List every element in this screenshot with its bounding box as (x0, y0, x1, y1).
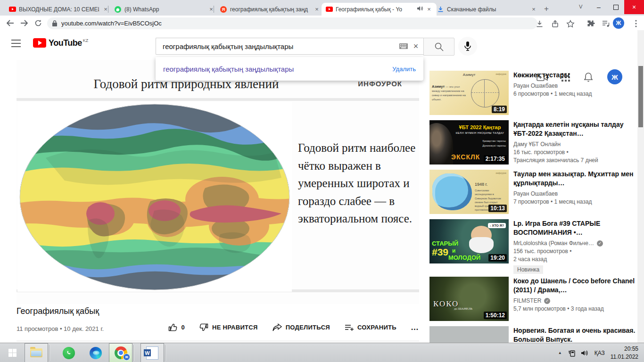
network-icon[interactable] (566, 349, 578, 357)
related-video-title[interactable]: Көкжиек тұстары (513, 71, 637, 80)
taskbar-file-explorer[interactable] (25, 343, 48, 362)
tab-title: географиялық қабықтың заңд (230, 6, 310, 13)
search-suggestion-row[interactable]: географиялық қабықтың заңдылықтары Удали… (156, 61, 423, 77)
forward-button[interactable] (17, 16, 31, 30)
video-thumbnail[interactable]: ҰБТ 2022 Қаңтар КЕЛУІ МҮМКІН НҰСҚАНЫ ТАЛ… (429, 120, 509, 165)
language-indicator[interactable]: ҚАЗ (594, 350, 605, 356)
tab-vyhodnye-doma[interactable]: ВЫХОДНЫЕ ДОМА: 10 СЕМЕЙ × (5, 3, 113, 16)
keyboard-icon[interactable] (397, 40, 410, 52)
share-button[interactable]: ПОДЕЛИТЬСЯ (272, 323, 330, 332)
clock-date: 11.01.2022 (611, 353, 638, 361)
video-meta: 156 тыс. просмотров • (513, 248, 637, 255)
hamburger-menu-icon[interactable] (11, 40, 21, 47)
url-text: youtube.com/watch?v=EivB5COsjOc (61, 20, 162, 27)
window-restore-button[interactable] (607, 0, 624, 14)
taskbar-whatsapp[interactable] (55, 343, 83, 362)
start-button[interactable] (0, 343, 25, 362)
thumbs-down-icon (199, 322, 209, 332)
page-scrollbar[interactable] (637, 30, 644, 343)
mic-icon (464, 41, 471, 51)
taskbar-chrome-active[interactable]: Ж (109, 343, 132, 362)
reload-button[interactable] (31, 16, 45, 30)
bookmark-star-icon[interactable] (564, 17, 577, 30)
taskbar-word[interactable]: W (140, 343, 164, 362)
section-divider (17, 341, 419, 341)
address-bar[interactable]: youtube.com/watch?v=EivB5COsjOc (47, 17, 537, 29)
related-video-item[interactable]: Азимут инфоурок Азимут — это угол между … (429, 71, 637, 115)
channel-name[interactable]: FILMSTER ✓ (513, 297, 637, 304)
tab-youtube-active[interactable]: Географиялық қабық - Yo × (322, 3, 437, 16)
related-video-title[interactable]: Норвегия. Богатая и очень красивая. Боль… (513, 326, 637, 344)
more-icon: … (411, 323, 419, 332)
clear-search-icon[interactable]: × (410, 40, 422, 52)
tab-title: ВЫХОДНЫЕ ДОМА: 10 СЕМЕЙ (19, 6, 99, 13)
taskbar-clock[interactable]: 20:55 11.01.2022 (611, 345, 638, 360)
tab-yandex-search[interactable]: Я географиялық қабықтың заңд × (216, 3, 324, 16)
channel-name[interactable]: Рауан Ошакбаев (513, 190, 637, 197)
browser-tab-strip: ВЫХОДНЫЕ ДОМА: 10 СЕМЕЙ × (8) WhatsApp ×… (0, 0, 644, 16)
channel-name[interactable]: Рауан Ошакбаев (513, 82, 637, 89)
related-video-title[interactable]: Lp. Игра Бога #39 СТАРЫЕ ВОСПОМИНАНИЯ •… (513, 219, 637, 237)
youtube-favicon-icon (325, 6, 333, 13)
video-player[interactable]: Годовой ритм природных явлений ИНФОУРОК (17, 60, 419, 304)
video-thumbnail[interactable]: - ХТО Я? СТАРЫЙ #39 и МОЛОДОЙ 19:20 (429, 219, 509, 263)
tab-downloads[interactable]: Скачанные файлы × (433, 3, 541, 16)
related-video-title[interactable]: Таулар мен жазықтар. Мұхиттар мен құрлық… (513, 170, 637, 188)
tab-close-icon[interactable]: × (313, 6, 321, 13)
video-thumbnail[interactable]: Азимут инфоурок Азимут — это угол между … (429, 71, 509, 115)
media-controls-icon[interactable] (600, 17, 612, 30)
new-tab-button[interactable]: + (540, 3, 553, 15)
extensions-puzzle-icon[interactable] (585, 17, 597, 30)
tray-expand-icon[interactable]: ▲ (554, 351, 566, 355)
search-icon (434, 42, 444, 51)
windows-taskbar: Ж W ▲ ҚАЗ 20:55 11.01.2022 (0, 343, 644, 362)
download-icon[interactable] (533, 17, 545, 30)
youtube-search-box[interactable]: × (156, 38, 424, 55)
search-button[interactable] (423, 38, 454, 56)
playlist-add-icon (344, 323, 354, 332)
voice-search-mic-button[interactable] (458, 37, 477, 56)
arctic-map-graphic (432, 173, 472, 210)
taskbar-edge[interactable] (83, 343, 109, 362)
video-thumbnail[interactable]: инфоурок 1948 г. Советскими экспедициями… (429, 170, 509, 214)
edge-icon (90, 347, 102, 359)
channel-name[interactable]: Даму ҰБТ Онлайн (513, 141, 637, 148)
suggestion-delete-link[interactable]: Удалить (392, 66, 416, 73)
dislike-button[interactable]: НЕ НРАВИТСЯ (199, 322, 258, 332)
related-video-title[interactable]: Коко до Шанель / Coco before Chanel (201… (513, 277, 637, 295)
related-video-title[interactable]: Қаңтарда келетін нұсқаны талдау ҰБТ-2022… (513, 120, 637, 138)
browser-menu-kebab-icon[interactable] (630, 17, 642, 30)
volume-icon[interactable] (578, 349, 591, 357)
tab-audio-icon[interactable] (417, 6, 423, 13)
tab-search-chevron-icon[interactable]: ᐯ (579, 4, 583, 10)
related-video-item[interactable]: инфоурок 1948 г. Советскими экспедициями… (429, 170, 637, 214)
verified-badge-icon: ✓ (544, 298, 550, 304)
related-video-item[interactable]: ҰБТ 2022 Қаңтар КЕЛУІ МҮМКІН НҰСҚАНЫ ТАЛ… (429, 120, 637, 165)
youtube-logo[interactable]: YouTube KZ (33, 38, 88, 48)
window-close-button[interactable]: × (624, 0, 644, 14)
back-button[interactable] (3, 16, 17, 30)
scrollbar-thumb[interactable] (638, 66, 643, 127)
youtube-favicon-icon (8, 6, 16, 13)
tab-whatsapp[interactable]: (8) WhatsApp × (110, 3, 219, 16)
taskbar-separator (49, 345, 50, 361)
tab-close-icon[interactable]: × (530, 6, 537, 13)
browser-profile-avatar[interactable]: Ж (613, 17, 624, 29)
related-video-item[interactable]: КОКО до ШАНЕЛЬ 1:50:12 Коко до Шанель / … (429, 277, 637, 321)
verified-badge-icon: ✓ (597, 240, 603, 247)
related-video-item[interactable]: - ХТО Я? СТАРЫЙ #39 и МОЛОДОЙ 19:20 Lp. … (429, 219, 637, 274)
like-button[interactable]: 0 (168, 322, 185, 332)
window-minimize-button[interactable]: – (590, 0, 607, 14)
thumbs-up-icon (168, 322, 178, 332)
search-input[interactable] (162, 42, 397, 51)
suggestion-text[interactable]: географиялық қабықтың заңдылықтары (163, 65, 392, 73)
tab-close-icon[interactable]: × (425, 6, 433, 13)
tab-title: Скачанные файлы (447, 6, 527, 13)
channel-name[interactable]: MrLololoshka (Роман Фильче… ✓ (513, 240, 637, 247)
video-thumbnail[interactable]: КОКО до ШАНЕЛЬ 1:50:12 (429, 277, 509, 321)
search-suggestions-dropdown: географиялық қабықтың заңдылықтары Удали… (156, 57, 423, 81)
save-button[interactable]: СОХРАНИТЬ (344, 323, 396, 332)
share-icon[interactable] (549, 17, 561, 30)
more-actions-button[interactable]: … (411, 323, 419, 332)
video-actions: 0 НЕ НРАВИТСЯ ПОДЕЛИТЬСЯ СОХРАНИТЬ … (168, 322, 419, 332)
